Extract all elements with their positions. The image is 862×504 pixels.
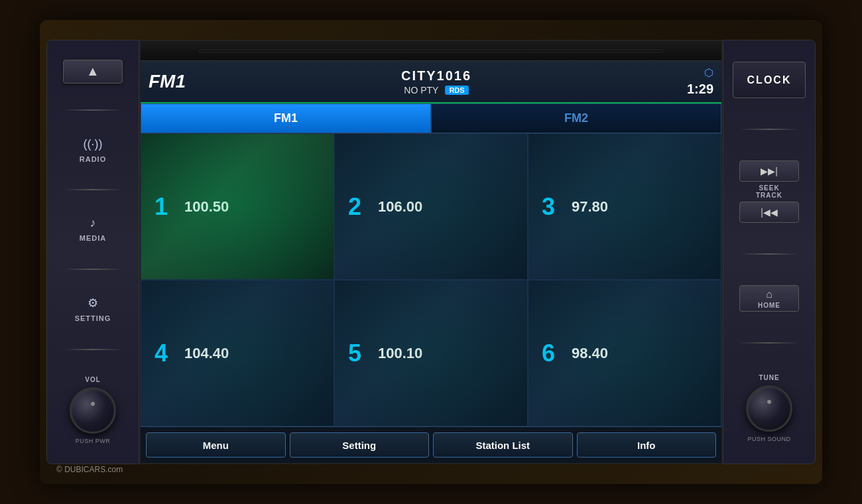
preset-1[interactable]: 1 100.50 bbox=[141, 133, 334, 280]
menu-button[interactable]: Menu bbox=[146, 432, 286, 458]
push-sound-label: PUSH SOUND bbox=[747, 436, 790, 442]
setting-button[interactable]: ⚙ SETTING bbox=[56, 296, 129, 322]
preset-4[interactable]: 4 104.40 bbox=[141, 280, 334, 426]
volume-knob[interactable] bbox=[70, 387, 116, 434]
info-button[interactable]: Info bbox=[577, 432, 717, 458]
pty-text: NO PTY bbox=[404, 85, 438, 95]
time-display: 1:29 bbox=[687, 82, 713, 97]
divider bbox=[63, 109, 123, 111]
preset-3[interactable]: 3 97.80 bbox=[528, 133, 721, 280]
left-panel: ▲ ((·)) RADIO ♪ MEDIA ⚙ SETTING VOL PUSH… bbox=[46, 40, 139, 464]
eject-icon: ▲ bbox=[86, 64, 99, 79]
setting-bottom-button[interactable]: Setting bbox=[290, 432, 430, 458]
divider bbox=[739, 253, 799, 255]
bottom-buttons: Menu Setting Station List Info bbox=[141, 426, 721, 463]
volume-section: VOL PUSH PWR bbox=[70, 376, 116, 444]
pty-rds-row: NO PTY RDS bbox=[404, 85, 468, 95]
seek-track-label: SEEKTRACK bbox=[756, 184, 782, 199]
setting-bottom-label: Setting bbox=[342, 440, 376, 451]
station-list-button[interactable]: Station List bbox=[433, 432, 573, 458]
tune-knob[interactable] bbox=[746, 385, 792, 432]
tab-fm1[interactable]: FM1 bbox=[141, 103, 431, 133]
preset-6-freq: 98.40 bbox=[572, 345, 608, 362]
skip-backward-icon: |◀◀ bbox=[761, 207, 778, 218]
radio-button[interactable]: ((·)) RADIO bbox=[56, 137, 129, 163]
clock-button-label: CLOCK bbox=[747, 74, 792, 86]
screen-header: FM1 CITY1016 NO PTY RDS ⬡ 1:29 bbox=[141, 61, 721, 103]
divider bbox=[63, 349, 123, 350]
station-list-label: Station List bbox=[475, 440, 530, 451]
push-pwr-label: PUSH PWR bbox=[76, 438, 111, 444]
preset-5-freq: 100.10 bbox=[378, 345, 422, 362]
home-icon: ⌂ bbox=[766, 288, 772, 300]
tune-knob-dot bbox=[767, 400, 771, 404]
bluetooth-icon: ⬡ bbox=[704, 66, 713, 79]
divider bbox=[63, 189, 123, 190]
setting-label: SETTING bbox=[75, 314, 111, 322]
preset-grid: 1 100.50 2 106.00 3 97.80 4 104.40 5 bbox=[141, 133, 721, 426]
tab-bar: FM1 FM2 bbox=[141, 103, 721, 133]
media-button[interactable]: ♪ MEDIA bbox=[56, 216, 129, 242]
fm-band-badge: FM1 bbox=[149, 71, 186, 92]
radio-icon: ((·)) bbox=[84, 137, 103, 151]
info-button-label: Info bbox=[637, 440, 656, 451]
header-right: ⬡ 1:29 bbox=[687, 66, 713, 97]
seek-track-group: ▶▶| SEEKTRACK |◀◀ bbox=[739, 160, 799, 223]
eject-button[interactable]: ▲ bbox=[63, 60, 123, 84]
preset-2-freq: 106.00 bbox=[378, 198, 422, 216]
skip-forward-button[interactable]: ▶▶| bbox=[739, 160, 799, 182]
preset-5-number: 5 bbox=[348, 340, 368, 367]
preset-2[interactable]: 2 106.00 bbox=[334, 133, 528, 280]
preset-6[interactable]: 6 98.40 bbox=[528, 280, 721, 426]
center-panel: FM1 CITY1016 NO PTY RDS ⬡ 1:29 FM1 bbox=[139, 40, 723, 464]
preset-4-number: 4 bbox=[154, 340, 174, 367]
radio-label: RADIO bbox=[80, 155, 106, 163]
skip-backward-button[interactable]: |◀◀ bbox=[739, 202, 799, 223]
preset-1-number: 1 bbox=[154, 193, 174, 221]
rds-badge: RDS bbox=[445, 86, 468, 95]
preset-3-number: 3 bbox=[542, 193, 562, 221]
tune-section: TUNE PUSH SOUND bbox=[746, 374, 792, 442]
divider bbox=[739, 342, 799, 344]
clock-button[interactable]: CLOCK bbox=[733, 62, 806, 98]
divider bbox=[739, 129, 799, 130]
screen: FM1 CITY1016 NO PTY RDS ⬡ 1:29 FM1 bbox=[141, 61, 721, 463]
preset-3-freq: 97.80 bbox=[572, 198, 608, 216]
settings-icon: ⚙ bbox=[88, 296, 98, 310]
car-radio: ▲ ((·)) RADIO ♪ MEDIA ⚙ SETTING VOL PUSH… bbox=[40, 20, 822, 484]
preset-4-freq: 104.40 bbox=[184, 345, 229, 362]
menu-button-label: Menu bbox=[203, 440, 229, 451]
preset-2-number: 2 bbox=[348, 193, 368, 221]
vol-label: VOL bbox=[85, 376, 101, 383]
skip-forward-icon: ▶▶| bbox=[761, 166, 778, 176]
station-info: CITY1016 NO PTY RDS bbox=[196, 68, 677, 95]
tune-label: TUNE bbox=[759, 374, 779, 381]
media-label: MEDIA bbox=[80, 234, 106, 242]
preset-6-number: 6 bbox=[542, 340, 562, 367]
cd-slot bbox=[141, 41, 721, 61]
tab-fm2-label: FM2 bbox=[564, 111, 588, 125]
tab-fm2[interactable]: FM2 bbox=[431, 103, 721, 133]
cd-slot-line bbox=[199, 50, 664, 52]
knob-dot bbox=[91, 402, 95, 406]
preset-1-freq: 100.50 bbox=[184, 198, 229, 216]
right-panel: CLOCK ▶▶| SEEKTRACK |◀◀ ⌂ HOME TUNE PUSH bbox=[723, 40, 816, 464]
divider bbox=[63, 269, 123, 270]
home-label: HOME bbox=[758, 302, 780, 309]
tab-fm1-label: FM1 bbox=[274, 111, 298, 125]
watermark: © DUBICARS.com bbox=[56, 465, 123, 474]
station-name: CITY1016 bbox=[401, 68, 471, 84]
preset-5[interactable]: 5 100.10 bbox=[334, 280, 528, 426]
home-button[interactable]: ⌂ HOME bbox=[739, 285, 799, 312]
media-icon: ♪ bbox=[90, 216, 96, 230]
